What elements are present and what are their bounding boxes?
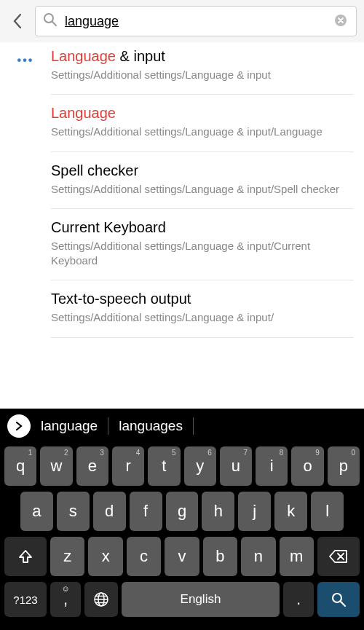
shift-key[interactable]	[4, 537, 47, 576]
svg-point-0	[44, 14, 53, 23]
search-icon	[43, 12, 58, 30]
result-title: Current Keyboard	[51, 219, 354, 236]
result-path: Settings/Additional settings/Language & …	[51, 182, 354, 197]
result-path: Settings/Additional settings/Language & …	[51, 125, 354, 139]
key-i[interactable]: i8	[256, 446, 288, 486]
key-t[interactable]: t5	[148, 446, 180, 486]
key-z[interactable]: z	[50, 537, 84, 576]
key-d[interactable]: d	[93, 492, 126, 531]
results-list: Language & inputSettings/Additional sett…	[51, 48, 364, 338]
key-o[interactable]: o9	[291, 446, 323, 486]
result-title: Language & input	[51, 48, 354, 65]
search-action-key[interactable]	[317, 582, 360, 617]
key-v[interactable]: v	[165, 537, 199, 576]
result-item[interactable]: Current KeyboardSettings/Additional sett…	[51, 209, 354, 281]
key-u[interactable]: u7	[220, 446, 252, 486]
key-r[interactable]: r4	[112, 446, 144, 486]
symbols-key[interactable]: ?123	[4, 582, 47, 617]
suggestion-item[interactable]: languages	[119, 418, 183, 434]
result-item[interactable]: Spell checkerSettings/Additional setting…	[51, 152, 354, 209]
result-title: Spell checker	[51, 162, 354, 179]
result-item[interactable]: LanguageSettings/Additional settings/Lan…	[51, 95, 354, 151]
key-a[interactable]: a	[20, 492, 53, 531]
result-title: Text-to-speech output	[51, 291, 354, 307]
backspace-key[interactable]	[317, 537, 360, 576]
result-title: Language	[51, 105, 354, 122]
key-l[interactable]: l	[311, 492, 344, 531]
key-g[interactable]: g	[166, 492, 199, 531]
key-q[interactable]: q1	[4, 446, 36, 486]
key-s[interactable]: s	[57, 492, 90, 531]
suggestion-separator	[193, 417, 194, 435]
key-y[interactable]: y6	[184, 446, 216, 486]
key-h[interactable]: h	[202, 492, 234, 531]
keyboard: language languages q1w2e3r4t5y6u7i8o9p0 …	[0, 409, 364, 630]
back-button[interactable]	[7, 11, 28, 31]
top-bar	[0, 0, 364, 42]
search-input[interactable]	[65, 14, 327, 29]
result-item[interactable]: Text-to-speech outputSettings/Additional…	[51, 280, 354, 337]
key-k[interactable]: k	[274, 492, 307, 531]
result-path: Settings/Additional settings/Language & …	[51, 68, 354, 82]
svg-point-8	[333, 594, 341, 602]
key-b[interactable]: b	[203, 537, 237, 576]
result-item[interactable]: Language & inputSettings/Additional sett…	[51, 48, 354, 95]
more-menu-icon[interactable]: •••	[0, 48, 51, 338]
key-c[interactable]: c	[127, 537, 161, 576]
search-box	[35, 6, 357, 36]
globe-key[interactable]	[84, 582, 118, 617]
key-e[interactable]: e3	[76, 446, 108, 486]
suggestion-bar: language languages	[0, 409, 364, 444]
key-w[interactable]: w2	[40, 446, 72, 486]
result-path: Settings/Additional settings/Language & …	[51, 239, 354, 269]
key-p[interactable]: p0	[328, 446, 360, 486]
key-x[interactable]: x	[88, 537, 122, 576]
key-grid: q1w2e3r4t5y6u7i8o9p0 asdfghjkl zxcvbnm ?…	[0, 444, 364, 630]
svg-line-1	[52, 22, 56, 25]
space-key[interactable]: English	[122, 582, 280, 617]
emoji-icon: ☺	[61, 584, 69, 593]
key-j[interactable]: j	[238, 492, 271, 531]
key-f[interactable]: f	[130, 492, 162, 531]
result-path: Settings/Additional settings/Language & …	[51, 310, 354, 325]
suggestion-item[interactable]: language	[41, 418, 98, 434]
clear-icon[interactable]	[334, 14, 349, 28]
key-n[interactable]: n	[241, 537, 275, 576]
period-key[interactable]: .	[283, 582, 314, 617]
content-area: ••• Language & inputSettings/Additional …	[0, 42, 364, 338]
expand-suggestions-icon[interactable]	[7, 414, 31, 438]
comma-key[interactable]: ☺ ,	[50, 582, 81, 617]
suggestion-separator	[108, 417, 108, 435]
key-m[interactable]: m	[280, 537, 314, 576]
svg-line-9	[341, 602, 345, 606]
